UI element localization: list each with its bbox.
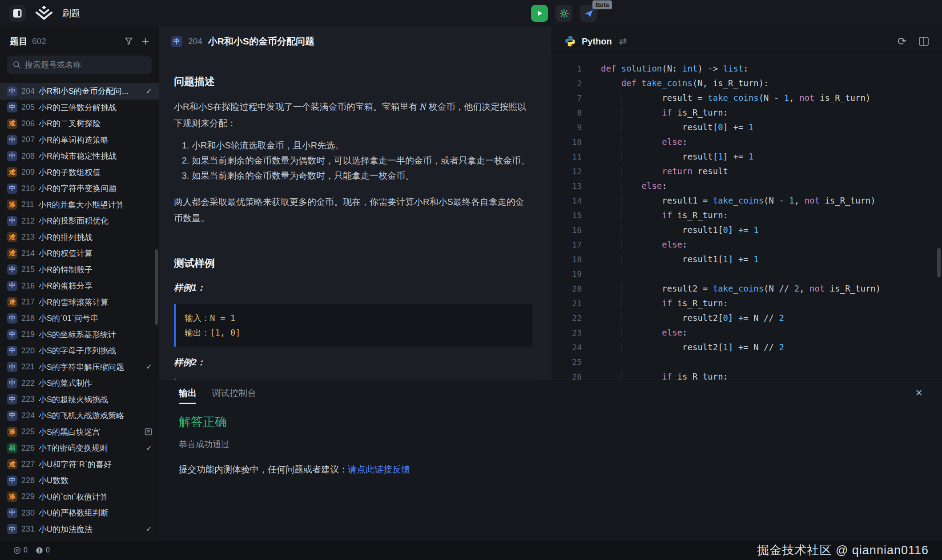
problem-list-item[interactable]: 中222小S的菜式制作 (0, 375, 159, 392)
filter-icon[interactable] (125, 37, 133, 45)
tab-output[interactable]: 输出 (179, 387, 197, 399)
problem-title: 小R的投影面积优化 (39, 216, 109, 226)
problem-list-item[interactable]: 难209小R的子数组权值 (0, 164, 159, 181)
code-line[interactable]: 2 def take_coins(N, is_R_turn): (551, 76, 942, 91)
problem-list-item[interactable]: 中224小S的飞机大战游戏策略 (0, 408, 159, 424)
code-line[interactable]: 23 else: (551, 325, 942, 340)
problem-title: 小S的坐标系菱形统计 (39, 329, 116, 340)
check-icon: ✓ (146, 524, 152, 534)
close-icon[interactable]: × (915, 388, 922, 398)
problem-title: 小U的`chi`权值计算 (39, 492, 108, 502)
editor-scrollbar[interactable] (937, 248, 941, 277)
code-line[interactable]: 9 result[0] += 1 (551, 120, 942, 135)
feedback-link[interactable]: 请点此链接反馈 (348, 464, 410, 474)
add-icon[interactable]: + (142, 37, 149, 46)
line-number: 22 (551, 311, 582, 325)
code-line[interactable]: 12 return result (551, 164, 942, 179)
problem-title: 小S的字符串解压缩问题 (39, 362, 124, 372)
code-line[interactable]: 13 else: (551, 179, 942, 193)
code-line[interactable]: 10 else: (551, 135, 942, 149)
code-line[interactable]: 26 if is_R_turn: (551, 369, 942, 380)
code-line[interactable]: 15 if is_R_turn: (551, 208, 942, 223)
problem-title: 小R和小S的金币分配问题 (208, 35, 314, 48)
line-number: 23 (551, 325, 582, 340)
problem-list-item[interactable]: 中231小U的加法魔法✓ (0, 521, 159, 538)
problem-list-item[interactable]: 中223小S的超辣火锅挑战 (0, 392, 159, 408)
code-line[interactable]: 7 result = take_coins(N - 1, not is_R_tu… (551, 91, 942, 105)
code-line[interactable]: 16 result1[0] += 1 (551, 223, 942, 237)
warnings-stat[interactable]: 0 (36, 546, 50, 554)
code-text: if is_R_turn: (582, 105, 728, 120)
problem-list-item[interactable]: 难211小R的并集大小期望计算 (0, 197, 159, 213)
problem-list-item[interactable]: 中219小S的坐标系菱形统计 (0, 327, 159, 343)
code-line[interactable]: 18 result1[1] += 1 (551, 252, 942, 267)
problem-list-item[interactable]: 易226小T的密码变换规则✓ (0, 440, 159, 456)
problem-list-item[interactable]: 中220小S的字母子序列挑战 (0, 343, 159, 359)
problem-number: 224 (21, 411, 35, 420)
line-number: 14 (551, 193, 582, 208)
problem-title: 小R的三倍数分解挑战 (39, 102, 117, 113)
code-text: def take_coins(N, is_R_turn): (582, 76, 769, 91)
problem-list-item[interactable]: 中208小R的城市稳定性挑战 (0, 148, 159, 164)
code-line[interactable]: 22 result2[0] += N // 2 (551, 311, 942, 325)
problem-list-item[interactable]: 中205小R的三倍数分解挑战 (0, 100, 159, 116)
panel-toggle-button[interactable] (9, 5, 26, 22)
problem-list-item[interactable]: 中218小S的`01`问号串 (0, 310, 159, 327)
code-line[interactable]: 19 (551, 267, 942, 281)
code-line[interactable]: 17 else: (551, 237, 942, 252)
run-button[interactable] (531, 5, 548, 22)
line-number: 13 (551, 179, 582, 193)
problem-list-item[interactable]: 难206小R的二叉树探险 (0, 116, 159, 132)
code-line[interactable]: 25 (551, 355, 942, 369)
search-input[interactable] (25, 60, 146, 70)
code-line[interactable]: 24 result2[1] += N // 2 (551, 340, 942, 355)
problem-list-item[interactable]: 中221小S的字符串解压缩问题✓ (0, 359, 159, 376)
problem-list-item[interactable]: 难225小S的黑白块迷宫 (0, 424, 159, 440)
problem-number: 228 (21, 476, 35, 485)
problem-list-item[interactable]: 难229小U的`chi`权值计算 (0, 489, 159, 505)
problem-list-item[interactable]: 中204小R和小S的金币分配问...✓ (0, 83, 159, 100)
difficulty-badge: 难 (7, 427, 17, 437)
sidebar-tools: + (125, 37, 149, 46)
code-line[interactable]: 11 result[1] += 1 (551, 149, 942, 164)
tab-debug-console[interactable]: 调试控制台 (212, 387, 256, 399)
split-view-icon[interactable] (919, 37, 929, 46)
code-line[interactable]: 20 result2 = take_coins(N // 2, not is_R… (551, 281, 942, 296)
problem-list-item[interactable]: 难213小R的排列挑战 (0, 229, 159, 246)
sidebar-scrollbar[interactable] (155, 249, 158, 325)
code-line[interactable]: 14 result1 = take_coins(N - 1, not is_R_… (551, 193, 942, 208)
code-text: else: (582, 237, 688, 252)
code-line[interactable]: 8 if is_R_turn: (551, 105, 942, 120)
problem-list-item[interactable]: 难227小U和字符`R`的喜好 (0, 456, 159, 473)
problem-list-item[interactable]: 中232小U的商品编号特殊含义统... (0, 537, 159, 540)
problem-list-item[interactable]: 中215小R的特制骰子 (0, 262, 159, 278)
juejin-logo-icon[interactable] (34, 5, 54, 21)
line-number: 8 (551, 105, 582, 120)
errors-stat[interactable]: 0 (13, 546, 28, 554)
problem-title: 小R的子数组权值 (39, 167, 101, 178)
problem-title: 小S的超辣火锅挑战 (39, 394, 108, 405)
status-bar: 0 0 掘金技术社区 @ qiannian0116 (0, 540, 942, 560)
problem-list-item[interactable]: 中216小R的蛋糕分享 (0, 278, 159, 294)
language-switch-icon[interactable]: ⇄ (619, 36, 627, 47)
problem-list-item[interactable]: 难217小R的雪球滚落计算 (0, 294, 159, 311)
problem-list-item[interactable]: 中230小U的严格数组判断 (0, 505, 159, 521)
problem-paragraph-2: 两人都会采取最优策略来获取更多的金币。现在，你需要计算小R和小S最终各自拿走的金… (174, 194, 532, 227)
code-line[interactable]: 21 if is_R_turn: (551, 296, 942, 311)
code-area[interactable]: 1def solution(N: int) -> list:2 def take… (551, 56, 942, 380)
code-text: if is_R_turn: (582, 208, 728, 223)
samples-heading: 测试样例 (174, 256, 532, 270)
reset-code-icon[interactable]: ⟳ (898, 36, 906, 47)
problem-title: 小U的严格数组判断 (39, 508, 109, 518)
code-line[interactable]: 1def solution(N: int) -> list: (551, 61, 942, 76)
problem-list-item[interactable]: 中212小R的投影面积优化 (0, 213, 159, 229)
line-number: 20 (551, 281, 582, 296)
problem-list-item[interactable]: 难214小R的权值计算 (0, 245, 159, 262)
difficulty-badge: 中 (7, 508, 17, 518)
problem-list-item[interactable]: 中207小R的单词构造策略 (0, 132, 159, 148)
debug-button[interactable] (556, 5, 572, 22)
math-var-N: N (420, 101, 427, 112)
problem-list-item[interactable]: 中210小R的字符串变换问题 (0, 180, 159, 197)
problem-list-item[interactable]: 中228小U数数 (0, 472, 159, 489)
search-box[interactable] (7, 56, 152, 74)
